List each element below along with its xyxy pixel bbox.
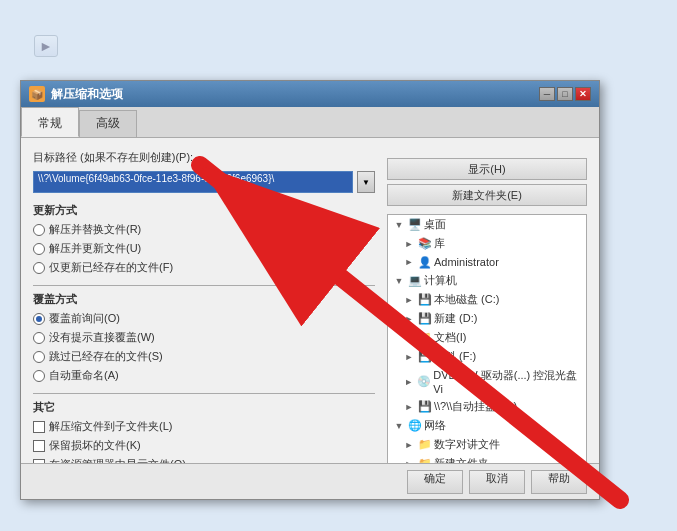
tree-item-disk-f[interactable]: ► 💾 资料 (F:) (388, 347, 586, 366)
update-option-2[interactable]: 解压并更新文件(U) (33, 241, 375, 256)
cancel-button[interactable]: 取消 (469, 470, 525, 494)
expand-admin[interactable]: ► (402, 255, 416, 269)
tree-item-docs[interactable]: ► 📁 文档(I) (388, 328, 586, 347)
dialog-right-panel: 显示(H) 新建文件夹(E) ▼ 🖥️ 桌面 ► 📚 库 (387, 150, 587, 488)
overwrite-section: 覆盖方式 覆盖前询问(O) 没有提示直接覆盖(W) 跳过已经存在的文件(S) 自… (33, 292, 375, 383)
overwrite-option-3-label: 跳过已经存在的文件(S) (49, 349, 163, 364)
tree-item-library[interactable]: ► 📚 库 (388, 234, 586, 253)
computer-icon: 💻 (408, 274, 422, 288)
dialog-title-text: 解压缩和选项 (51, 86, 123, 103)
other-option-2-label: 保留损坏的文件(K) (49, 438, 141, 453)
disk-d-icon: 💾 (418, 312, 432, 326)
other-option-2[interactable]: 保留损坏的文件(K) (33, 438, 375, 453)
tree-label-dvd: DVD RW 驱动器(...) 控混光盘 Vi (433, 368, 582, 395)
expand-disk-d[interactable]: ► (402, 312, 416, 326)
expand-docs[interactable]: ► (402, 331, 416, 345)
dialog-minimize-btn[interactable]: ─ (539, 87, 555, 101)
radio-update[interactable] (33, 243, 45, 255)
expand-computer[interactable]: ▼ (392, 274, 406, 288)
tree-item-disk-c[interactable]: ► 💾 本地磁盘 (C:) (388, 290, 586, 309)
new-folder-button-dialog[interactable]: 新建文件夹(E) (387, 184, 587, 206)
overwrite-option-4[interactable]: 自动重命名(A) (33, 368, 375, 383)
tree-label-desktop: 桌面 (424, 217, 446, 232)
show-button[interactable]: 显示(H) (387, 158, 587, 180)
tab-basic[interactable]: 常规 (21, 107, 79, 137)
overwrite-option-2-label: 没有提示直接覆盖(W) (49, 330, 155, 345)
expand-desktop[interactable]: ▼ (392, 218, 406, 232)
tree-item-disk-d[interactable]: ► 💾 新建 (D:) (388, 309, 586, 328)
extract-dialog: 📦 解压缩和选项 ─ □ ✕ 常规 高级 目标路径 (如果不存在则创建)(P):… (20, 80, 600, 500)
update-option-3[interactable]: 仅更新已经存在的文件(F) (33, 260, 375, 275)
forward-button[interactable]: ► (34, 35, 58, 57)
radio-existing-only[interactable] (33, 262, 45, 274)
radio-auto-rename[interactable] (33, 370, 45, 382)
checkbox-keep-broken[interactable] (33, 440, 45, 452)
library-icon: 📚 (418, 237, 432, 251)
radio-replace[interactable] (33, 224, 45, 236)
overwrite-option-3[interactable]: 跳过已经存在的文件(S) (33, 349, 375, 364)
dialog-titlebar: 📦 解压缩和选项 ─ □ ✕ (21, 81, 599, 107)
radio-skip[interactable] (33, 351, 45, 363)
tree-item-computer[interactable]: ▼ 💻 计算机 (388, 271, 586, 290)
path-dropdown[interactable]: ▼ (357, 171, 375, 193)
other-option-1[interactable]: 解压缩文件到子文件夹(L) (33, 419, 375, 434)
divider-1 (33, 285, 375, 286)
checkbox-subfolder[interactable] (33, 421, 45, 433)
tree-label-disk-c: 本地磁盘 (C:) (434, 292, 499, 307)
net-folder-1-icon: 📁 (418, 438, 432, 452)
help-button[interactable]: 帮助 (531, 470, 587, 494)
overwrite-option-4-label: 自动重命名(A) (49, 368, 119, 383)
desktop-icon: 🖥️ (408, 218, 422, 232)
overwrite-option-1[interactable]: 覆盖前询问(O) (33, 311, 375, 326)
expand-dvd[interactable]: ► (402, 375, 415, 389)
tree-label-network: 网络 (424, 418, 446, 433)
expand-disk-k[interactable]: ► (402, 400, 416, 414)
disk-k-icon: 💾 (418, 400, 432, 414)
radio-ask[interactable] (33, 313, 45, 325)
divider-2 (33, 393, 375, 394)
dialog-left-panel: 目标路径 (如果不存在则创建)(P): \\?\Volume{6f49ab63-… (33, 150, 375, 488)
overwrite-title: 覆盖方式 (33, 292, 375, 307)
dialog-title-controls: ─ □ ✕ (539, 87, 591, 101)
ok-button[interactable]: 确定 (407, 470, 463, 494)
docs-icon: 📁 (418, 331, 432, 345)
expand-disk-f[interactable]: ► (402, 350, 416, 364)
dialog-body: 目标路径 (如果不存在则创建)(P): \\?\Volume{6f49ab63-… (21, 138, 599, 500)
expand-disk-c[interactable]: ► (402, 293, 416, 307)
tree-item-admin[interactable]: ► 👤 Administrator (388, 253, 586, 271)
other-section: 其它 解压缩文件到子文件夹(L) 保留损坏的文件(K) 在资源管理器中显示文件(… (33, 400, 375, 472)
tree-item-disk-k[interactable]: ► 💾 \\?\\自动挂盘 (K:) (388, 397, 586, 416)
tree-item-net-1[interactable]: ► 📁 数字对讲文件 (388, 435, 586, 454)
path-input[interactable]: \\?\Volume{6f49ab63-0fce-11e3-8f96-806e6… (33, 171, 353, 193)
update-option-1[interactable]: 解压并替换文件(R) (33, 222, 375, 237)
tree-label-docs: 文档(I) (434, 330, 466, 345)
update-section: 更新方式 解压并替换文件(R) 解压并更新文件(U) 仅更新已经存在的文件(F) (33, 203, 375, 275)
other-title: 其它 (33, 400, 375, 415)
dialog-tabs: 常规 高级 (21, 107, 599, 138)
tree-label-disk-k: \\?\\自动挂盘 (K:) (434, 399, 517, 414)
tree-label-disk-f: 资料 (F:) (434, 349, 476, 364)
tree-item-dvd[interactable]: ► 💿 DVD RW 驱动器(...) 控混光盘 Vi (388, 366, 586, 397)
expand-network[interactable]: ▼ (392, 419, 406, 433)
other-option-1-label: 解压缩文件到子文件夹(L) (49, 419, 172, 434)
dialog-close-btn[interactable]: ✕ (575, 87, 591, 101)
path-container: \\?\Volume{6f49ab63-0fce-11e3-8f96-806e6… (33, 171, 375, 193)
disk-c-icon: 💾 (418, 293, 432, 307)
disk-f-icon: 💾 (418, 350, 432, 364)
expand-net-1[interactable]: ► (402, 438, 416, 452)
tab-advanced[interactable]: 高级 (79, 110, 137, 137)
overwrite-option-1-label: 覆盖前询问(O) (49, 311, 120, 326)
dialog-maximize-btn[interactable]: □ (557, 87, 573, 101)
right-top-buttons: 显示(H) 新建文件夹(E) (387, 158, 587, 206)
tree-label-disk-d: 新建 (D:) (434, 311, 477, 326)
expand-library[interactable]: ► (402, 237, 416, 251)
overwrite-option-2[interactable]: 没有提示直接覆盖(W) (33, 330, 375, 345)
update-option-3-label: 仅更新已经存在的文件(F) (49, 260, 173, 275)
tree-label-admin: Administrator (434, 256, 499, 268)
dialog-title-icon: 📦 (29, 86, 45, 102)
update-option-2-label: 解压并更新文件(U) (49, 241, 141, 256)
tree-item-network[interactable]: ▼ 🌐 网络 (388, 416, 586, 435)
tree-item-desktop[interactable]: ▼ 🖥️ 桌面 (388, 215, 586, 234)
radio-no-prompt[interactable] (33, 332, 45, 344)
admin-icon: 👤 (418, 255, 432, 269)
